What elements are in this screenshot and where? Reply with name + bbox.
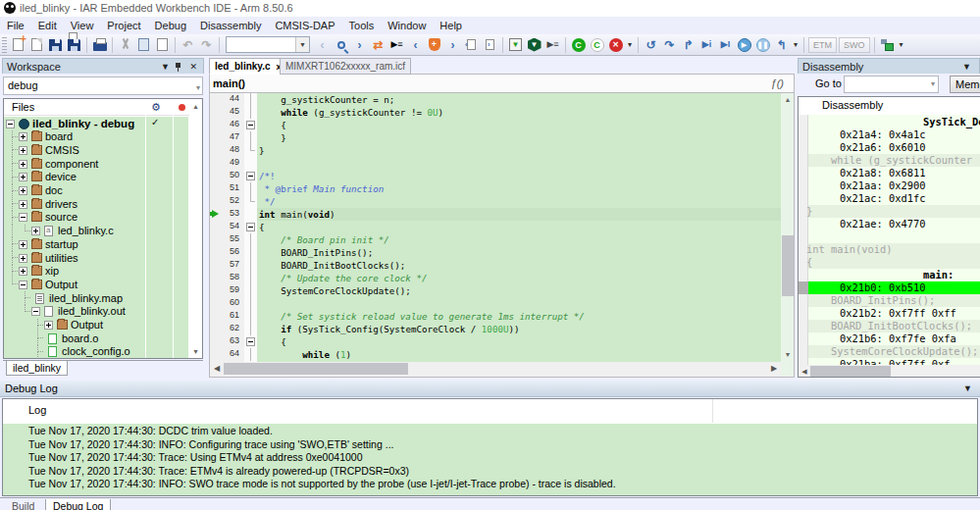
tree-item-led-blinky-c[interactable]: led_blinky.c <box>4 225 188 238</box>
tree-expander-icon[interactable] <box>19 267 27 276</box>
tree-expander-icon[interactable] <box>19 186 27 195</box>
navigate-swap-button[interactable]: ⇄ <box>369 35 387 54</box>
output-tab-debug-log[interactable]: Debug Log <box>45 499 111 510</box>
tree-scroll-up-icon[interactable]: ▲ <box>189 100 202 113</box>
quick-search-combo[interactable]: ▼ <box>226 36 310 53</box>
toolbar-overflow-caret[interactable]: ▾ <box>625 40 635 49</box>
print-button[interactable] <box>90 35 109 54</box>
tree-expander-icon[interactable] <box>6 120 15 128</box>
fold-minus-icon[interactable] <box>246 223 255 231</box>
function-list-icon[interactable]: ƒ() <box>771 75 784 92</box>
tree-item-output[interactable]: Output <box>4 319 188 332</box>
find-previous-button[interactable]: ‹ <box>313 35 332 54</box>
workspace-project-tab[interactable]: iled_blinky <box>6 361 68 376</box>
restart-debugger-button[interactable]: C <box>588 35 606 54</box>
editor-scroll-up-icon[interactable]: ▲ <box>781 93 795 106</box>
component-tree-button[interactable] <box>878 35 897 54</box>
etm-button[interactable]: ETM <box>808 37 837 53</box>
debug-log-header[interactable]: Debug Log ▼ <box>0 381 980 397</box>
cut-button[interactable] <box>116 35 134 54</box>
step-into-button[interactable]: ▶i <box>697 35 716 54</box>
tree-item-board-o[interactable]: board.o <box>4 332 188 345</box>
tree-item-utilities[interactable]: utilities <box>4 251 188 265</box>
download-button[interactable]: ▼ <box>506 35 525 54</box>
editor-tab-mimxrt1062xxxxx-ram-icf[interactable]: MIMXRT1062xxxxx_ram.icf <box>280 58 411 75</box>
debug-log-menu-icon[interactable]: ▼ <box>963 381 972 396</box>
editor-vertical-scrollbar[interactable]: ▲ ▼ <box>781 93 795 376</box>
workspace-panel-header[interactable]: Workspace ▼ ✕ <box>2 58 204 74</box>
search-button[interactable] <box>332 35 350 54</box>
disassembly-horizontal-scrollbar[interactable]: ◀ <box>799 365 980 378</box>
copy-button[interactable] <box>134 35 153 54</box>
goto-address-combo[interactable]: ▾ <box>844 76 939 93</box>
disasm-hscroll-thumb[interactable] <box>810 366 891 377</box>
menu-tools[interactable]: Tools <box>342 17 382 34</box>
menu-project[interactable]: Project <box>100 17 147 34</box>
swo-button[interactable]: SWO <box>839 37 870 53</box>
editor-horizontal-scrollbar[interactable]: ◀ ▶ <box>210 362 781 376</box>
tree-expander-icon[interactable] <box>19 173 27 181</box>
editor-hscroll-thumb[interactable] <box>224 363 408 375</box>
download-and-debug-button[interactable]: ▼ <box>525 35 543 54</box>
tree-item-component[interactable]: component <box>4 157 188 171</box>
editor-vscroll-thumb[interactable] <box>782 235 794 296</box>
editor-scroll-right-icon[interactable]: ▶ <box>767 362 781 376</box>
stop-debugging-button[interactable]: ✕ <box>606 35 625 54</box>
editor-scroll-left-icon[interactable]: ◀ <box>210 362 224 376</box>
tree-expander-icon[interactable] <box>19 146 27 155</box>
tree-item-source[interactable]: source <box>4 211 188 225</box>
step-out-button[interactable]: ↱ <box>679 35 697 54</box>
navigate-back-button[interactable]: ‹ <box>406 35 425 54</box>
redo-button[interactable]: ↷ <box>197 35 216 54</box>
editor-tab-led-blinky-c[interactable]: led_blinky.cx <box>209 58 287 75</box>
tree-item-iled-blinky-out[interactable]: iled_blinky.out <box>4 305 188 319</box>
next-statement-button[interactable]: ▶I <box>716 35 735 54</box>
workspace-pin-icon[interactable] <box>175 63 182 72</box>
tree-scroll-down-icon[interactable]: ▼ <box>189 345 202 358</box>
tree-item-device[interactable]: device <box>4 171 188 184</box>
tree-expander-icon[interactable] <box>31 307 40 316</box>
tree-expander-icon[interactable] <box>19 132 27 141</box>
save-all-button[interactable] <box>65 35 83 54</box>
tree-scrollbar[interactable]: ▲ ▼ <box>189 100 202 358</box>
paste-button[interactable] <box>153 35 172 54</box>
menu-debug[interactable]: Debug <box>148 17 193 34</box>
stop-debug-session-button[interactable]: ↰ <box>772 35 791 54</box>
disassembly-menu-icon[interactable]: ▼ <box>962 59 971 75</box>
tree-expander-icon[interactable] <box>19 254 27 263</box>
gear-icon[interactable]: ⚙ <box>151 102 161 112</box>
debug-without-downloading-button[interactable]: ▶≡ <box>543 35 562 54</box>
disassembly-view[interactable]: Disassembly SysTick_DelayTicks:0x21a4: 0… <box>798 96 980 378</box>
tree-expander-icon[interactable] <box>19 213 27 222</box>
new-file-button[interactable] <box>9 35 27 54</box>
tree-expander-icon[interactable] <box>44 321 53 330</box>
memory-button[interactable]: Memory <box>950 76 980 93</box>
quick-search-dropdown[interactable]: ▼ <box>295 37 309 52</box>
reset-button[interactable]: ↺ <box>642 35 660 54</box>
break-button[interactable]: ❚❚ <box>753 35 772 54</box>
disasm-scroll-left-icon[interactable]: ◀ <box>799 365 810 378</box>
workspace-close-icon[interactable]: ✕ <box>189 59 197 75</box>
tree-item-board[interactable]: board <box>4 130 188 144</box>
menu-help[interactable]: Help <box>433 17 469 34</box>
save-button[interactable] <box>46 35 65 54</box>
fold-minus-icon[interactable] <box>246 121 255 129</box>
tree-item-drivers[interactable]: drivers <box>4 197 188 211</box>
previous-bookmark-button[interactable]: ‹ <box>462 35 481 54</box>
tree-item-iled-blinky-debug[interactable]: iled_blinky - debug✓ <box>4 117 188 130</box>
menu-edit[interactable]: Edit <box>31 17 64 34</box>
tree-item-xip[interactable]: xip <box>4 265 188 279</box>
editor-code-area[interactable]: 44 g_systickCounter = n;45 while (g_syst… <box>209 93 795 378</box>
disassembly-panel-header[interactable]: Disassembly ▼ <box>798 58 980 74</box>
run-to-cursor-button[interactable]: ▶≡ <box>387 35 406 54</box>
breakpoint-shield-button[interactable]: + <box>425 35 443 54</box>
next-bookmark-button[interactable]: › <box>481 35 499 54</box>
find-next-button[interactable]: › <box>350 35 369 54</box>
debug-log-view[interactable]: Log Tue Nov 17, 2020 17:44:30: DCDC trim… <box>2 398 978 496</box>
tree-expander-icon[interactable] <box>19 240 27 249</box>
editor-scroll-down-icon[interactable]: ▼ <box>781 348 795 361</box>
tree-item-clock-config-o[interactable]: clock_config.o <box>4 345 188 359</box>
go-button[interactable]: ▶ <box>735 35 753 54</box>
menu-window[interactable]: Window <box>381 17 433 34</box>
tree-item-output[interactable]: Output <box>4 278 188 291</box>
